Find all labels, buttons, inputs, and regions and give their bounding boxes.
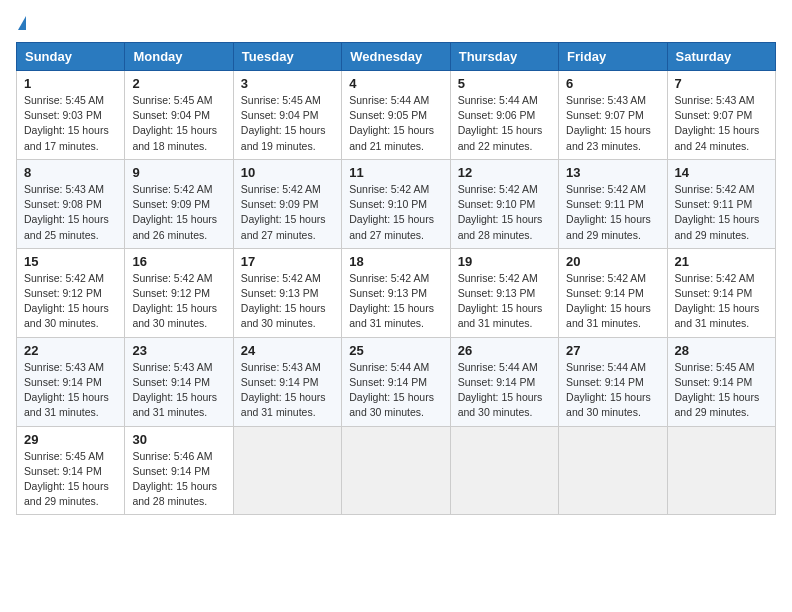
page-header <box>16 16 776 32</box>
calendar-cell: 12 Sunrise: 5:42 AM Sunset: 9:10 PM Dayl… <box>450 159 558 248</box>
day-info: Sunrise: 5:44 AM Sunset: 9:06 PM Dayligh… <box>458 93 551 154</box>
day-info: Sunrise: 5:43 AM Sunset: 9:14 PM Dayligh… <box>241 360 334 421</box>
daylight-label: Daylight: 15 hours and 22 minutes. <box>458 124 543 151</box>
calendar-week-4: 22 Sunrise: 5:43 AM Sunset: 9:14 PM Dayl… <box>17 337 776 426</box>
day-info: Sunrise: 5:43 AM Sunset: 9:08 PM Dayligh… <box>24 182 117 243</box>
day-number: 24 <box>241 343 334 358</box>
calendar-cell: 4 Sunrise: 5:44 AM Sunset: 9:05 PM Dayli… <box>342 71 450 160</box>
sunrise-label: Sunrise: 5:43 AM <box>566 94 646 106</box>
weekday-header-saturday: Saturday <box>667 43 775 71</box>
calendar-cell: 20 Sunrise: 5:42 AM Sunset: 9:14 PM Dayl… <box>559 248 667 337</box>
day-number: 6 <box>566 76 659 91</box>
weekday-header-tuesday: Tuesday <box>233 43 341 71</box>
calendar-cell: 24 Sunrise: 5:43 AM Sunset: 9:14 PM Dayl… <box>233 337 341 426</box>
day-info: Sunrise: 5:45 AM Sunset: 9:14 PM Dayligh… <box>675 360 768 421</box>
weekday-header-thursday: Thursday <box>450 43 558 71</box>
sunset-label: Sunset: 9:14 PM <box>132 376 210 388</box>
sunset-label: Sunset: 9:12 PM <box>24 287 102 299</box>
calendar-cell: 14 Sunrise: 5:42 AM Sunset: 9:11 PM Dayl… <box>667 159 775 248</box>
calendar-table: SundayMondayTuesdayWednesdayThursdayFrid… <box>16 42 776 515</box>
day-info: Sunrise: 5:45 AM Sunset: 9:04 PM Dayligh… <box>241 93 334 154</box>
day-number: 8 <box>24 165 117 180</box>
daylight-label: Daylight: 15 hours and 28 minutes. <box>458 213 543 240</box>
sunrise-label: Sunrise: 5:45 AM <box>132 94 212 106</box>
daylight-label: Daylight: 15 hours and 30 minutes. <box>24 302 109 329</box>
day-number: 20 <box>566 254 659 269</box>
daylight-label: Daylight: 15 hours and 30 minutes. <box>349 391 434 418</box>
day-info: Sunrise: 5:42 AM Sunset: 9:12 PM Dayligh… <box>132 271 225 332</box>
day-number: 22 <box>24 343 117 358</box>
sunset-label: Sunset: 9:14 PM <box>24 376 102 388</box>
sunrise-label: Sunrise: 5:44 AM <box>458 361 538 373</box>
day-info: Sunrise: 5:42 AM Sunset: 9:14 PM Dayligh… <box>566 271 659 332</box>
sunset-label: Sunset: 9:12 PM <box>132 287 210 299</box>
calendar-cell: 11 Sunrise: 5:42 AM Sunset: 9:10 PM Dayl… <box>342 159 450 248</box>
sunset-label: Sunset: 9:05 PM <box>349 109 427 121</box>
calendar-cell: 2 Sunrise: 5:45 AM Sunset: 9:04 PM Dayli… <box>125 71 233 160</box>
sunset-label: Sunset: 9:07 PM <box>566 109 644 121</box>
sunset-label: Sunset: 9:04 PM <box>241 109 319 121</box>
sunrise-label: Sunrise: 5:44 AM <box>566 361 646 373</box>
day-info: Sunrise: 5:42 AM Sunset: 9:10 PM Dayligh… <box>458 182 551 243</box>
day-info: Sunrise: 5:42 AM Sunset: 9:13 PM Dayligh… <box>349 271 442 332</box>
sunrise-label: Sunrise: 5:43 AM <box>675 94 755 106</box>
daylight-label: Daylight: 15 hours and 31 minutes. <box>132 391 217 418</box>
sunset-label: Sunset: 9:14 PM <box>24 465 102 477</box>
day-info: Sunrise: 5:42 AM Sunset: 9:09 PM Dayligh… <box>241 182 334 243</box>
calendar-cell: 10 Sunrise: 5:42 AM Sunset: 9:09 PM Dayl… <box>233 159 341 248</box>
calendar-cell <box>342 426 450 515</box>
sunset-label: Sunset: 9:14 PM <box>458 376 536 388</box>
day-number: 28 <box>675 343 768 358</box>
calendar-cell: 17 Sunrise: 5:42 AM Sunset: 9:13 PM Dayl… <box>233 248 341 337</box>
logo <box>16 16 26 32</box>
day-info: Sunrise: 5:42 AM Sunset: 9:10 PM Dayligh… <box>349 182 442 243</box>
day-number: 15 <box>24 254 117 269</box>
day-info: Sunrise: 5:44 AM Sunset: 9:14 PM Dayligh… <box>349 360 442 421</box>
day-info: Sunrise: 5:42 AM Sunset: 9:09 PM Dayligh… <box>132 182 225 243</box>
sunrise-label: Sunrise: 5:42 AM <box>675 183 755 195</box>
day-number: 13 <box>566 165 659 180</box>
daylight-label: Daylight: 15 hours and 17 minutes. <box>24 124 109 151</box>
sunset-label: Sunset: 9:14 PM <box>132 465 210 477</box>
sunrise-label: Sunrise: 5:45 AM <box>24 450 104 462</box>
daylight-label: Daylight: 15 hours and 27 minutes. <box>241 213 326 240</box>
day-info: Sunrise: 5:42 AM Sunset: 9:13 PM Dayligh… <box>241 271 334 332</box>
sunrise-label: Sunrise: 5:44 AM <box>349 361 429 373</box>
daylight-label: Daylight: 15 hours and 24 minutes. <box>675 124 760 151</box>
day-info: Sunrise: 5:42 AM Sunset: 9:14 PM Dayligh… <box>675 271 768 332</box>
sunset-label: Sunset: 9:09 PM <box>241 198 319 210</box>
calendar-cell: 19 Sunrise: 5:42 AM Sunset: 9:13 PM Dayl… <box>450 248 558 337</box>
day-info: Sunrise: 5:42 AM Sunset: 9:13 PM Dayligh… <box>458 271 551 332</box>
sunset-label: Sunset: 9:08 PM <box>24 198 102 210</box>
day-info: Sunrise: 5:43 AM Sunset: 9:14 PM Dayligh… <box>24 360 117 421</box>
sunset-label: Sunset: 9:11 PM <box>566 198 644 210</box>
sunrise-label: Sunrise: 5:42 AM <box>675 272 755 284</box>
calendar-cell: 13 Sunrise: 5:42 AM Sunset: 9:11 PM Dayl… <box>559 159 667 248</box>
sunset-label: Sunset: 9:13 PM <box>349 287 427 299</box>
calendar-week-1: 1 Sunrise: 5:45 AM Sunset: 9:03 PM Dayli… <box>17 71 776 160</box>
day-number: 12 <box>458 165 551 180</box>
sunrise-label: Sunrise: 5:45 AM <box>675 361 755 373</box>
daylight-label: Daylight: 15 hours and 29 minutes. <box>675 391 760 418</box>
sunset-label: Sunset: 9:09 PM <box>132 198 210 210</box>
day-info: Sunrise: 5:44 AM Sunset: 9:14 PM Dayligh… <box>458 360 551 421</box>
sunset-label: Sunset: 9:03 PM <box>24 109 102 121</box>
daylight-label: Daylight: 15 hours and 29 minutes. <box>566 213 651 240</box>
daylight-label: Daylight: 15 hours and 31 minutes. <box>24 391 109 418</box>
sunset-label: Sunset: 9:14 PM <box>675 376 753 388</box>
sunset-label: Sunset: 9:14 PM <box>349 376 427 388</box>
weekday-header-sunday: Sunday <box>17 43 125 71</box>
sunrise-label: Sunrise: 5:42 AM <box>349 272 429 284</box>
daylight-label: Daylight: 15 hours and 31 minutes. <box>675 302 760 329</box>
day-number: 5 <box>458 76 551 91</box>
day-number: 14 <box>675 165 768 180</box>
day-number: 25 <box>349 343 442 358</box>
day-number: 3 <box>241 76 334 91</box>
daylight-label: Daylight: 15 hours and 30 minutes. <box>132 302 217 329</box>
daylight-label: Daylight: 15 hours and 23 minutes. <box>566 124 651 151</box>
day-number: 21 <box>675 254 768 269</box>
sunrise-label: Sunrise: 5:45 AM <box>241 94 321 106</box>
daylight-label: Daylight: 15 hours and 28 minutes. <box>132 480 217 507</box>
calendar-week-2: 8 Sunrise: 5:43 AM Sunset: 9:08 PM Dayli… <box>17 159 776 248</box>
sunrise-label: Sunrise: 5:42 AM <box>241 183 321 195</box>
